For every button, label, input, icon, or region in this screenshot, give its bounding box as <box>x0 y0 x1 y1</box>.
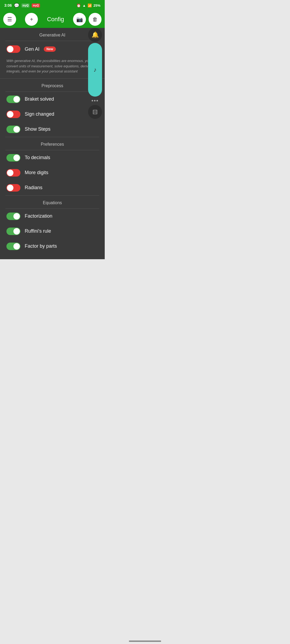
factor-by-parts-row: Factor by parts <box>0 239 105 254</box>
battery-text: 25% <box>93 3 100 8</box>
toolbar-right-buttons: 📷 🗑 <box>73 13 102 26</box>
braket-solved-label: Braket solved <box>25 96 54 102</box>
disable-icon: ⊟ <box>92 108 98 116</box>
factorization-label: Factorization <box>25 213 52 219</box>
camera-button[interactable]: 📷 <box>73 13 86 26</box>
sign-changed-toggle[interactable] <box>6 111 20 118</box>
factor-by-parts-toggle[interactable] <box>6 243 20 250</box>
music-note-icon: ♪ <box>94 66 97 73</box>
menu-icon: ☰ <box>7 16 12 23</box>
add-icon: + <box>30 16 33 23</box>
ruffinis-rule-toggle[interactable] <box>6 228 20 235</box>
fab-scroll-handle[interactable]: ♪ <box>88 43 102 97</box>
fab-container: 🔔 ♪ ••• ⊟ <box>88 28 102 119</box>
signal-icon: 📶 <box>88 3 92 8</box>
factor-by-parts-label: Factor by parts <box>25 243 57 249</box>
to-decimals-label: To decimals <box>25 155 50 160</box>
show-steps-label: Show Steps <box>25 126 50 132</box>
ruffinis-rule-row: Ruffini's rule <box>0 224 105 239</box>
toolbar: ☰ + Config 📷 🗑 <box>0 11 105 28</box>
more-digits-toggle[interactable] <box>6 169 20 177</box>
bottom-area <box>0 259 105 308</box>
section-header-preferences: Preferences <box>5 137 99 150</box>
myq-green-icon: myQ <box>21 3 30 8</box>
factorization-row: Factorization <box>0 209 105 224</box>
show-steps-row: Show Steps <box>0 122 105 137</box>
more-digits-row: More digits <box>0 165 105 180</box>
new-badge: New <box>44 46 56 52</box>
gen-ai-label: Gen AI <box>25 46 39 52</box>
section-header-equations: Equations <box>5 196 99 209</box>
gen-ai-toggle[interactable] <box>6 45 20 53</box>
fab-bell-button[interactable]: 🔔 <box>88 28 102 42</box>
delete-button[interactable]: 🗑 <box>89 13 102 26</box>
braket-solved-toggle[interactable] <box>6 96 20 103</box>
menu-button[interactable]: ☰ <box>3 13 16 26</box>
sign-changed-label: Sign changed <box>25 111 54 117</box>
section-header-generative-ai: Generative AI <box>5 28 99 41</box>
myq-red-icon: myQ <box>32 3 40 8</box>
radians-label: Radians <box>25 185 42 191</box>
page-title: Config <box>47 16 64 23</box>
fab-disable-button[interactable]: ⊟ <box>88 105 102 119</box>
factorization-toggle[interactable] <box>6 213 20 220</box>
time-display: 3:06 <box>4 3 12 8</box>
show-steps-toggle[interactable] <box>6 126 20 133</box>
section-header-preprocess: Preprocess <box>5 79 99 92</box>
to-decimals-toggle[interactable] <box>6 154 20 162</box>
fab-dots: ••• <box>91 98 99 104</box>
ruffinis-rule-label: Ruffini's rule <box>25 228 51 234</box>
wifi-icon: ▲ <box>82 3 86 8</box>
bell-icon: 🔔 <box>92 31 99 38</box>
whatsapp-icon: 💬 <box>14 3 19 8</box>
delete-icon: 🗑 <box>92 16 98 23</box>
status-bar: 3:06 💬 myQ myQ ⏰ ▲ 📶 25% <box>0 0 105 11</box>
alarm-icon: ⏰ <box>77 3 81 8</box>
radians-row: Radians <box>0 180 105 195</box>
status-right: ⏰ ▲ 📶 25% <box>77 3 100 8</box>
add-button[interactable]: + <box>25 13 38 26</box>
more-digits-label: More digits <box>25 170 48 175</box>
radians-toggle[interactable] <box>6 184 20 192</box>
camera-icon: 📷 <box>76 16 83 23</box>
status-left: 3:06 💬 myQ myQ <box>4 3 40 8</box>
to-decimals-row: To decimals <box>0 150 105 165</box>
